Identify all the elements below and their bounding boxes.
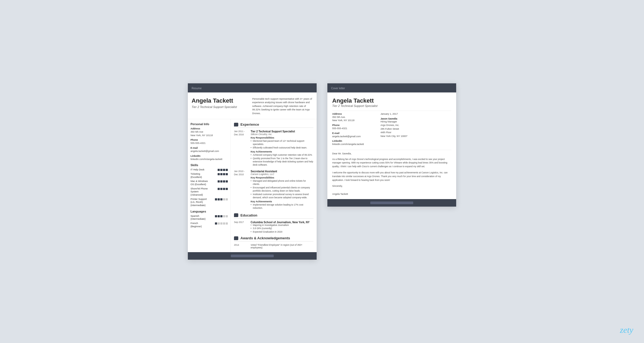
cover-recipient-address3: New York City, NY 10007 (380, 135, 451, 138)
language-dot (215, 215, 217, 217)
cover-footer (327, 199, 456, 207)
skill-dots (215, 198, 228, 200)
skill-name: Ticketing (Excellent) (191, 173, 217, 179)
skill-dots (218, 188, 228, 190)
cover-email-value: angela.tackett@gmail.com (332, 135, 375, 138)
skill-name: Printer Support (LG, Ricoh) (Intermediat… (191, 198, 214, 207)
cover-header-label: Cover letter (331, 87, 345, 90)
language-dot (223, 222, 225, 225)
skill-dot (226, 169, 228, 171)
language-dot (220, 222, 222, 225)
skill-row: Printer Support (LG, Ricoh) (Intermediat… (191, 198, 228, 207)
education-entry: Sep 2017 Columbia School of Journalism, … (234, 221, 313, 234)
experience-job-title: Secretarial Assistant (251, 170, 313, 173)
language-row: Spanish (Intermediate) (191, 215, 228, 221)
resume-header-label: Resume (192, 87, 202, 90)
education-title: Education (234, 213, 313, 219)
skill-dots (218, 180, 228, 182)
resume-job-title: Tier 2 Technical Support Specialist (192, 105, 248, 109)
address-label: Address (191, 127, 228, 130)
language-row: French (Beginner) (191, 222, 228, 228)
experience-company: Silicon Circuitry, Inc. (251, 133, 313, 136)
education-list: Sep 2017 Columbia School of Journalism, … (234, 221, 313, 234)
cover-linkedin-label: LinkedIn (332, 140, 375, 142)
skill-dot (220, 180, 222, 182)
responsibility-item: Efficiently cultivated fresh outsourced … (251, 146, 313, 150)
education-bullet: 3.8 GPA (currently) (251, 227, 313, 230)
resume-body: Angela Tackett Tier 2 Technical Support … (188, 92, 317, 252)
cover-recipient-title: Hiring Manager (380, 120, 451, 124)
resume-top: Angela Tackett Tier 2 Technical Support … (188, 92, 317, 120)
responsibilities-list: Managed and delegated phone and online t… (251, 180, 313, 199)
cover-date: January 1, 2017 (380, 113, 451, 115)
education-bullet: Expected Graduation in 2020 (251, 230, 313, 234)
resume-name-block: Angela Tackett Tier 2 Technical Support … (192, 97, 248, 115)
responsibilities-label: Key Responsibilities (251, 136, 313, 139)
cover-header: Cover letter (327, 83, 456, 92)
skill-dot (218, 169, 220, 171)
experience-date: Jan 2010 - Dec 2010 (234, 170, 248, 210)
resume-summary: Personable tech support representative w… (252, 97, 313, 115)
education-bullets: Majoring in Investigative Journalism3.8 … (251, 224, 313, 234)
cover-recipient-name: Jason Savedia (380, 117, 451, 120)
skill-name: ShoreTel Phone System (Advanced) (191, 187, 217, 197)
cover-recipient-address2: 44th Floor (380, 131, 451, 135)
skill-dots (218, 173, 228, 175)
language-dot (223, 215, 225, 217)
achievement-item: Achieved company-high customer retention… (251, 154, 313, 157)
email-value: angela.tackett@gmail.com (191, 150, 228, 153)
responsibility-item: Mentored fast-paced team of 12+ technica… (251, 140, 313, 146)
cover-signature: Angela Tackett (332, 193, 451, 195)
experience-content: Tier 2 Technical Support Specialist Sili… (251, 130, 313, 167)
experience-icon (234, 123, 238, 126)
cover-phone-label: Phone (332, 124, 375, 126)
languages-list: Spanish (Intermediate)French (Beginner) (191, 215, 228, 228)
skill-dot (223, 188, 225, 190)
education-school: Columbia School of Journalism, New York,… (251, 221, 313, 224)
achievements-list: Implemented storage solution leading to … (251, 203, 313, 210)
awards-text: Voted "Friendliest Employee" in region (… (251, 244, 313, 249)
resume-name: Angela Tackett (192, 97, 248, 104)
resume-left-column: Personal Info Address 350 5th AveNew Yor… (188, 119, 231, 252)
experience-date: Jan 2011 - Dec 2016 (234, 130, 248, 167)
responsibility-item: Encouraged and influenced potential clie… (251, 186, 313, 193)
skill-dot (220, 188, 222, 190)
cover-closing: Sincerely, (332, 185, 451, 187)
language-dot (218, 215, 220, 217)
achievements-label: Key Achievements (251, 200, 313, 203)
awards-entry: 2014 Voted "Friendliest Employee" in reg… (234, 244, 313, 249)
cover-paragraph1: As a lifelong fan of Argo Drone's techno… (332, 158, 451, 169)
cover-name: Angela Tackett (332, 97, 451, 104)
linkedin-label: LinkedIn (191, 155, 228, 157)
cover-address-label: Address (332, 113, 375, 115)
cover-footer-bar (370, 202, 413, 204)
skill-name: IT Help Desk (191, 168, 217, 172)
experience-title: Experience (234, 122, 313, 128)
zety-logo: zety (620, 325, 633, 335)
resume-header: Resume (188, 83, 317, 92)
resume-columns: Personal Info Address 350 5th AveNew Yor… (188, 119, 317, 252)
skill-dot (223, 173, 225, 175)
skill-dot (226, 188, 228, 190)
cover-recipient-address1: 285 Fulton Street (380, 127, 451, 131)
skill-dot (223, 198, 225, 200)
language-name: Spanish (Intermediate) (191, 215, 214, 221)
cover-linkedin-value: linkedin.com/in/angela.tackett (332, 143, 375, 146)
achievements-list: Achieved company-high customer retention… (251, 154, 313, 167)
main-container: Resume Angela Tackett Tier 2 Technical S… (177, 73, 467, 271)
skill-dot (220, 173, 222, 175)
cover-divider2 (332, 150, 451, 150)
resume-document: Resume Angela Tackett Tier 2 Technical S… (188, 83, 317, 260)
skill-dot (215, 198, 217, 200)
skill-dot (220, 198, 222, 200)
skills-title: Skills (191, 163, 228, 167)
experience-list: Jan 2011 - Dec 2016 Tier 2 Technical Sup… (234, 130, 313, 210)
cover-divider1 (332, 111, 451, 111)
skill-dot (218, 180, 220, 182)
awards-list: 2014 Voted "Friendliest Employee" in reg… (234, 244, 313, 249)
skill-row: ShoreTel Phone System (Advanced) (191, 187, 228, 197)
languages-title: Languages (191, 210, 228, 213)
cover-paragraph2: I welcome the opportunity to discuss mor… (332, 171, 451, 182)
cover-columns: Address 350 5th Ave.New York, NY 10118 P… (332, 113, 451, 146)
responsibility-item: Managed and delegated phone and online t… (251, 180, 313, 186)
